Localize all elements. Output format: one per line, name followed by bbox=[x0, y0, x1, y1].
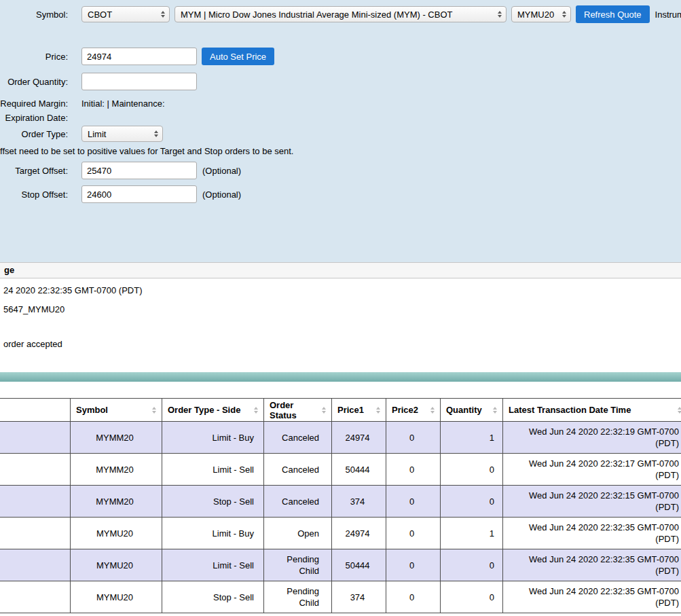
cell-price1: 24974 bbox=[332, 518, 386, 549]
price-row: Price: Auto Set Price bbox=[0, 48, 681, 65]
stop-offset-label: Stop Offset: bbox=[0, 189, 68, 200]
stop-offset-input[interactable] bbox=[81, 185, 197, 203]
cell-blank bbox=[0, 518, 71, 549]
cell-price2: 0 bbox=[386, 486, 441, 518]
message-line: 24 2020 22:32:35 GMT-0700 (PDT) bbox=[3, 285, 681, 295]
cell-price2: 0 bbox=[386, 581, 441, 613]
cell-transaction-datetime: Wed Jun 24 2020 22:32:17 GMT-0700 (PDT) bbox=[503, 454, 681, 486]
column-header-blank bbox=[0, 399, 71, 422]
cell-order-status: Pending Child bbox=[264, 549, 332, 581]
cell-symbol: MYMM20 bbox=[71, 422, 162, 454]
cell-price1: 374 bbox=[332, 581, 386, 613]
instrument-select[interactable]: MYM | Micro Dow Jones Industrial Average… bbox=[174, 6, 507, 22]
exchange-select[interactable]: CBOT bbox=[81, 6, 170, 22]
cell-transaction-datetime: Wed Jun 24 2020 22:32:35 GMT-0700 (PDT) bbox=[503, 518, 681, 549]
table-row: MYMU20 Stop - Sell Pending Child 374 0 0… bbox=[0, 581, 681, 613]
sort-icon bbox=[430, 407, 435, 414]
spacer bbox=[0, 382, 681, 398]
offset-note-row: ffset need to be set to positive values … bbox=[0, 146, 681, 156]
column-header-label: Order Status bbox=[270, 400, 319, 420]
auto-set-price-button[interactable]: Auto Set Price bbox=[202, 48, 274, 65]
column-header-quantity[interactable]: Quantity bbox=[441, 399, 503, 422]
required-margin-row: Required Margin: Initial: | Maintenance: bbox=[0, 98, 681, 109]
cell-symbol: MYMU20 bbox=[71, 581, 162, 613]
symbol-row: Symbol: CBOT MYM | Micro Dow Jones Indus… bbox=[0, 5, 681, 23]
target-offset-label: Target Offset: bbox=[0, 166, 68, 176]
target-offset-input[interactable] bbox=[81, 162, 197, 179]
instrument-select-value: MYM | Micro Dow Jones Industrial Average… bbox=[181, 10, 452, 20]
exchange-select-value: CBOT bbox=[88, 10, 112, 20]
order-type-select[interactable]: Limit bbox=[81, 126, 163, 142]
cell-order-type-side: Stop - Sell bbox=[162, 486, 264, 518]
cell-order-type-side: Stop - Sell bbox=[162, 581, 264, 613]
order-type-select-value: Limit bbox=[88, 129, 106, 139]
cell-order-status: Canceled bbox=[264, 422, 332, 454]
section-divider-bar bbox=[0, 372, 681, 382]
select-updown-icon bbox=[498, 11, 502, 18]
column-header-price1[interactable]: Price1 bbox=[332, 399, 386, 422]
cell-transaction-datetime: Wed Jun 24 2020 22:32:15 GMT-0700 (PDT) bbox=[503, 486, 681, 518]
sort-icon bbox=[322, 407, 326, 414]
target-offset-row: Target Offset: (Optional) bbox=[0, 162, 681, 179]
message-line: order accepted bbox=[3, 339, 681, 349]
refresh-quote-button[interactable]: Refresh Quote bbox=[576, 5, 650, 23]
order-entry-form: Symbol: CBOT MYM | Micro Dow Jones Indus… bbox=[0, 0, 681, 262]
table-row: MYMM20 Limit - Sell Canceled 50444 0 0 W… bbox=[0, 454, 681, 486]
cell-blank bbox=[0, 581, 71, 613]
column-header-label: Price2 bbox=[392, 405, 418, 415]
cell-price2: 0 bbox=[386, 422, 441, 454]
select-updown-icon bbox=[154, 130, 158, 137]
orders-table-body: MYMM20 Limit - Buy Canceled 24974 0 1 We… bbox=[0, 422, 681, 613]
target-offset-hint: (Optional) bbox=[202, 166, 241, 176]
contract-select-value: MYMU20 bbox=[517, 10, 554, 20]
column-header-order-type-side[interactable]: Order Type - Side bbox=[162, 399, 264, 422]
cell-blank bbox=[0, 486, 71, 518]
cell-order-type-side: Limit - Buy bbox=[162, 518, 264, 549]
column-header-order-status[interactable]: Order Status bbox=[264, 399, 332, 422]
symbol-label: Symbol: bbox=[0, 10, 68, 20]
cell-transaction-datetime: Wed Jun 24 2020 22:32:35 GMT-0700 (PDT) bbox=[503, 581, 681, 613]
cell-quantity: 1 bbox=[441, 422, 503, 454]
stop-offset-hint: (Optional) bbox=[202, 189, 241, 200]
sort-icon bbox=[493, 407, 497, 414]
expiration-date-row: Expiration Date: bbox=[0, 113, 681, 123]
order-type-label: Order Type: bbox=[0, 129, 68, 139]
cell-quantity: 1 bbox=[441, 518, 503, 549]
price-label: Price: bbox=[0, 52, 68, 62]
cell-transaction-datetime: Wed Jun 24 2020 22:32:35 GMT-0700 (PDT) bbox=[503, 549, 681, 581]
table-row: MYMU20 Limit - Buy Open 24974 0 1 Wed Ju… bbox=[0, 518, 681, 549]
select-updown-icon bbox=[562, 11, 566, 18]
table-row: MYMM20 Stop - Sell Canceled 374 0 0 Wed … bbox=[0, 486, 681, 518]
contract-select[interactable]: MYMU20 bbox=[511, 6, 571, 22]
cell-quantity: 0 bbox=[441, 454, 503, 486]
order-type-row: Order Type: Limit bbox=[0, 126, 681, 142]
required-margin-value: Initial: | Maintenance: bbox=[81, 98, 165, 109]
sort-icon bbox=[254, 407, 258, 414]
column-header-latest-transaction-date-time[interactable]: Latest Transaction Date Time bbox=[503, 399, 681, 422]
message-panel-header: ge bbox=[0, 262, 681, 278]
order-quantity-input[interactable] bbox=[81, 73, 197, 90]
required-margin-label: Required Margin: bbox=[0, 98, 68, 109]
column-header-symbol[interactable]: Symbol bbox=[71, 399, 162, 422]
message-line: 5647_MYMU20 bbox=[3, 304, 681, 314]
table-row: MYMU20 Limit - Sell Pending Child 50444 … bbox=[0, 549, 681, 581]
cell-order-status: Pending Child bbox=[264, 581, 332, 613]
cell-order-type-side: Limit - Buy bbox=[162, 422, 264, 454]
cell-order-status: Canceled bbox=[264, 454, 332, 486]
cell-blank bbox=[0, 422, 71, 454]
price-input[interactable] bbox=[81, 48, 197, 65]
column-header-label: Quantity bbox=[446, 405, 482, 415]
cell-order-type-side: Limit - Sell bbox=[162, 549, 264, 581]
cell-blank bbox=[0, 549, 71, 581]
cell-symbol: MYMM20 bbox=[71, 486, 162, 518]
order-quantity-row: Order Quantity: bbox=[0, 73, 681, 90]
cell-price1: 374 bbox=[332, 486, 386, 518]
sort-icon bbox=[678, 407, 681, 414]
cell-quantity: 0 bbox=[441, 581, 503, 613]
column-header-price2[interactable]: Price2 bbox=[386, 399, 441, 422]
table-header-row: Symbol Order Type - Side Order Status Pr… bbox=[0, 399, 681, 422]
message-panel-body: 24 2020 22:32:35 GMT-0700 (PDT) 5647_MYM… bbox=[0, 278, 681, 372]
cell-price2: 0 bbox=[386, 549, 441, 581]
sort-icon bbox=[152, 407, 156, 414]
cell-symbol: MYMU20 bbox=[71, 518, 162, 549]
